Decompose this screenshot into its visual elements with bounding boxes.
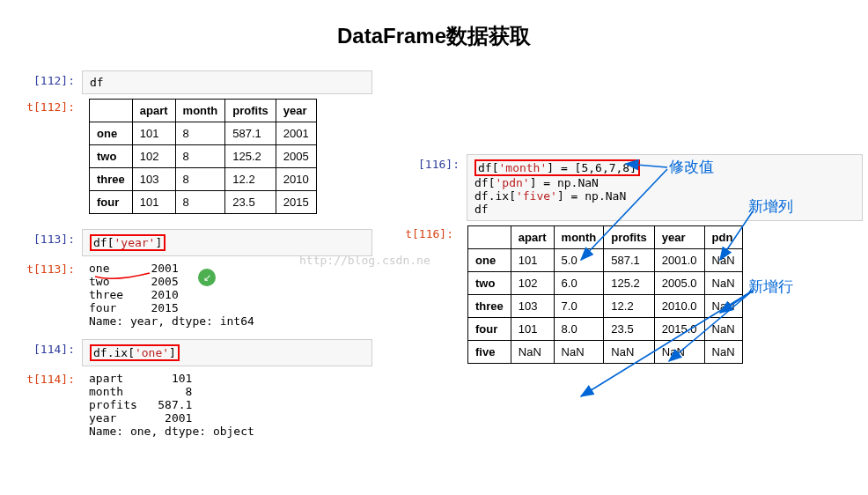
- table-header: year: [276, 100, 316, 122]
- table-cell: NaN: [704, 295, 742, 318]
- table-cell: 103: [511, 295, 554, 318]
- table-row: one1015.0587.12001.0NaN: [468, 249, 743, 272]
- table-cell: 5.0: [554, 249, 604, 272]
- table-cell: 101: [511, 318, 554, 341]
- cell-114-in: [114]: df.ix['one']: [3, 339, 372, 366]
- table-cell: 8: [175, 191, 225, 214]
- table-cell: 2015.0: [654, 318, 704, 341]
- table-header: profits: [225, 100, 276, 122]
- cursor-icon: ↙: [198, 269, 216, 286]
- table-header: month: [554, 226, 604, 249]
- table-cell: 587.1: [604, 249, 654, 272]
- table-cell: 12.2: [225, 168, 276, 191]
- table-cell: 23.5: [604, 318, 654, 341]
- table-cell: NaN: [704, 272, 742, 295]
- table-cell: 101: [132, 122, 175, 145]
- code-112: df: [82, 70, 372, 94]
- table-header: year: [654, 226, 704, 249]
- page-title: DataFrame数据获取: [0, 0, 868, 66]
- table-header: pdn: [704, 226, 742, 249]
- table-cell: NaN: [654, 341, 704, 364]
- prompt-in-116: [116]:: [387, 154, 467, 174]
- table-cell: 102: [132, 145, 175, 168]
- table-header: [468, 226, 511, 249]
- cell-113-in: [113]: df['year']: [3, 229, 372, 256]
- table-cell: three: [468, 295, 511, 318]
- table-cell: one: [468, 249, 511, 272]
- dataframe-table-1: apartmonthprofitsyearone1018587.12001two…: [89, 99, 317, 214]
- table-cell: 2001: [276, 122, 316, 145]
- anno-new-column: 新增列: [748, 196, 793, 217]
- table-cell: 8: [175, 168, 225, 191]
- table-cell: 2010.0: [654, 295, 704, 318]
- prompt-in-113: [113]:: [3, 229, 82, 249]
- table-cell: 8.0: [554, 318, 604, 341]
- table-cell: 23.5: [225, 191, 276, 214]
- code-113: df['year']: [82, 229, 372, 256]
- table-cell: 6.0: [554, 272, 604, 295]
- dataframe-table-2: apartmonthprofitsyearpdnone1015.0587.120…: [467, 225, 743, 364]
- table-cell: 2010: [276, 168, 316, 191]
- right-column: [116]: df['month'] = [5,6,7,8] df['pdn']…: [387, 154, 863, 368]
- table-cell: 103: [132, 168, 175, 191]
- table-cell: 2001.0: [654, 249, 704, 272]
- prompt-out-114: t[114]:: [3, 369, 82, 389]
- cell-112-in: [112]: df: [3, 70, 372, 94]
- table-cell: three: [90, 168, 133, 191]
- table-cell: NaN: [704, 249, 742, 272]
- anno-modify-value: 修改值: [669, 157, 714, 177]
- prompt-in-114: [114]:: [3, 339, 82, 359]
- table-cell: four: [90, 191, 133, 214]
- table-cell: 2005.0: [654, 272, 704, 295]
- watermark-text: http://blog.csdn.ne: [299, 254, 430, 267]
- table-cell: two: [468, 272, 511, 295]
- prompt-out-112: t[112]:: [3, 97, 82, 117]
- table-row: four1018.023.52015.0NaN: [468, 318, 743, 341]
- table-cell: NaN: [704, 341, 742, 364]
- table-cell: 8: [175, 122, 225, 145]
- table-cell: 12.2: [604, 295, 654, 318]
- table-row: three1037.012.22010.0NaN: [468, 295, 743, 318]
- table-cell: 7.0: [554, 295, 604, 318]
- cell-112-out: t[112]: apartmonthprofitsyearone1018587.…: [3, 97, 372, 216]
- table-header: profits: [604, 226, 654, 249]
- table-row: two1028125.22005: [90, 145, 317, 168]
- table-cell: 102: [511, 272, 554, 295]
- table-row: four101823.52015: [90, 191, 317, 214]
- cell-114-out: t[114]: apart 101 month 8 profits 587.1 …: [3, 369, 372, 440]
- prompt-out-116: t[116]:: [387, 224, 460, 244]
- table-row: three103812.22010: [90, 168, 317, 191]
- code-116: df['month'] = [5,6,7,8] df['pdn'] = np.N…: [467, 154, 863, 221]
- output-113: one 2001 two 2005 three 2010 four 2015 N…: [82, 259, 372, 330]
- table-cell: one: [90, 122, 133, 145]
- table-row: one1018587.12001: [90, 122, 317, 145]
- table-cell: NaN: [511, 341, 554, 364]
- table-cell: two: [90, 145, 133, 168]
- table-header: apart: [511, 226, 554, 249]
- table-header: [90, 100, 133, 122]
- table-row: fiveNaNNaNNaNNaNNaN: [468, 341, 743, 364]
- table-row: two1026.0125.22005.0NaN: [468, 272, 743, 295]
- table-cell: NaN: [554, 341, 604, 364]
- table-cell: NaN: [704, 318, 742, 341]
- table-cell: four: [468, 318, 511, 341]
- table-cell: 125.2: [225, 145, 276, 168]
- prompt-in-112: [112]:: [3, 70, 82, 91]
- table-cell: NaN: [604, 341, 654, 364]
- table-cell: five: [468, 341, 511, 364]
- table-cell: 587.1: [225, 122, 276, 145]
- table-header: apart: [132, 100, 175, 122]
- code-114: df.ix['one']: [82, 339, 372, 366]
- table-cell: 101: [132, 191, 175, 214]
- table-header: month: [175, 100, 225, 122]
- cell-113-out: t[113]: one 2001 two 2005 three 2010 fou…: [3, 259, 372, 330]
- table-cell: 101: [511, 249, 554, 272]
- table-cell: 125.2: [604, 272, 654, 295]
- output-114: apart 101 month 8 profits 587.1 year 200…: [82, 369, 372, 440]
- anno-new-row: 新增行: [748, 277, 793, 297]
- prompt-out-113: t[113]:: [3, 259, 82, 279]
- table-cell: 8: [175, 145, 225, 168]
- table-cell: 2015: [276, 191, 316, 214]
- table-cell: 2005: [276, 145, 316, 168]
